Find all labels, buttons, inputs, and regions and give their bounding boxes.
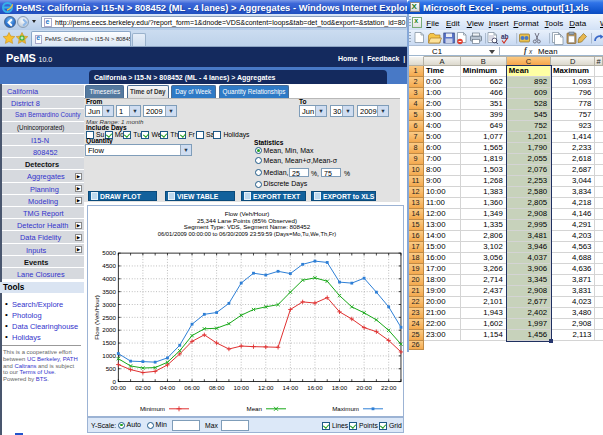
svg-text:Minimum: Minimum <box>140 405 165 412</box>
svg-text:2000: 2000 <box>102 326 116 333</box>
svg-text:500: 500 <box>106 365 117 372</box>
svg-text:06/01/2009 00:00:00 to 06/30/2: 06/01/2009 00:00:00 to 06/30/2009 23:59:… <box>158 231 336 237</box>
svg-text:04:00: 04:00 <box>160 384 176 391</box>
svg-text:1000: 1000 <box>102 352 116 359</box>
svg-text:Maximum: Maximum <box>332 405 359 412</box>
svg-text:18:00: 18:00 <box>332 384 348 391</box>
svg-text:12:00: 12:00 <box>258 384 274 391</box>
svg-text:Flow (Veh/Hour): Flow (Veh/Hour) <box>93 295 100 340</box>
svg-text:3000: 3000 <box>102 301 116 308</box>
svg-text:4500: 4500 <box>102 262 116 269</box>
svg-text:10:00: 10:00 <box>233 384 249 391</box>
svg-text:Mean: Mean <box>247 405 263 412</box>
svg-text:00:00: 00:00 <box>111 384 127 391</box>
svg-text:4000: 4000 <box>102 275 116 282</box>
svg-text:20:00: 20:00 <box>356 384 372 391</box>
svg-text:02:00: 02:00 <box>135 384 151 391</box>
svg-text:2500: 2500 <box>102 314 116 321</box>
svg-text:5000: 5000 <box>102 249 116 256</box>
svg-text:3500: 3500 <box>102 288 116 295</box>
svg-text:Segment Type: VDS, Segment Nam: Segment Type: VDS, Segment Name: 808452 <box>184 223 311 230</box>
svg-text:16:00: 16:00 <box>307 384 323 391</box>
svg-text:06:00: 06:00 <box>184 384 200 391</box>
svg-text:08:00: 08:00 <box>209 384 225 391</box>
svg-text:1500: 1500 <box>102 339 116 346</box>
svg-text:22:00: 22:00 <box>381 384 397 391</box>
svg-text:14:00: 14:00 <box>283 384 299 391</box>
